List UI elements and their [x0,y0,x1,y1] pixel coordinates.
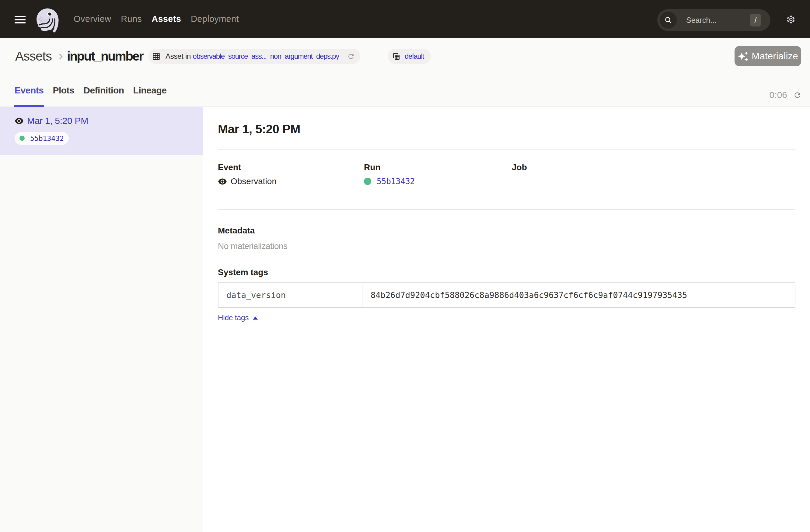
caret-up-icon [253,317,258,320]
materialize-label: Materialize [751,50,798,62]
event-timestamp-link[interactable]: Mar 1, 5:20 PM [27,116,88,126]
page-header: Assets input_number Asset in observable_… [0,38,810,107]
job-empty-value: — [512,177,520,186]
system-tag-value: 84b26d7d9204cbf588026c8a9886d403a6c9637c… [362,283,795,307]
tab-bar: Events Plots Definition Lineage [15,85,166,107]
event-list-item[interactable]: Mar 1, 5:20 PM 55b13432 [0,107,202,155]
dagster-logo-icon[interactable] [33,5,62,34]
group-tag[interactable]: default [388,49,431,64]
tab-plots[interactable]: Plots [53,85,74,96]
reload-icon[interactable] [347,53,355,60]
divider [218,149,795,150]
settings-gear-icon[interactable] [786,15,795,24]
run-column-label: Run [364,162,512,173]
system-tag-key: data_version [218,283,362,307]
search-icon [660,12,677,29]
event-column-label: Event [218,162,364,173]
metadata-empty-text: No materializations [218,241,795,252]
topbar: Overview Runs Assets Deployment Search..… [0,0,810,38]
breadcrumb: Assets input_number Asset in observable_… [0,38,810,75]
chevron-right-icon [56,52,65,61]
search-input[interactable]: Search... / [657,9,771,31]
refresh-area: 0:06 [770,90,801,100]
refresh-icon[interactable] [793,91,801,99]
run-id-pill[interactable]: 55b13432 [15,132,69,145]
search-placeholder: Search... [686,9,717,31]
top-navigation: Overview Runs Assets Deployment [74,0,239,38]
hide-tags-link[interactable]: Hide tags [218,311,258,324]
run-status-dot [19,136,25,141]
run-status-dot [364,178,371,185]
event-list-panel: Mar 1, 5:20 PM 55b13432 [0,107,203,532]
observation-eye-icon [218,178,227,185]
page-title: input_number [67,49,143,64]
menu-icon[interactable] [15,16,26,23]
breadcrumb-assets-link[interactable]: Assets [15,49,52,64]
system-tags-heading: System tags [218,267,795,277]
event-detail-panel: Mar 1, 5:20 PM Event Observation Run 55b… [203,107,810,532]
sparkle-icon [738,51,748,62]
materialize-button[interactable]: Materialize [734,46,801,66]
content: Mar 1, 5:20 PM 55b13432 Mar 1, 5:20 PM E… [0,107,810,532]
tab-lineage[interactable]: Lineage [133,85,167,96]
divider [218,209,795,210]
nav-overview[interactable]: Overview [74,14,111,24]
event-type-value: Observation [231,177,277,186]
refresh-countdown: 0:06 [770,90,787,100]
job-column-label: Job [512,162,527,173]
hide-tags-label: Hide tags [218,311,248,324]
asset-in-label: Asset in [165,52,193,61]
system-tags-table: data_version 84b26d7d9204cbf588026c8a988… [218,283,795,308]
run-id-label: 55b13432 [30,134,64,142]
event-detail-heading: Mar 1, 5:20 PM [218,122,795,136]
asset-file-link[interactable]: observable_source_ass..._non_argument_de… [193,52,339,61]
asset-group-icon [392,52,401,61]
nav-assets[interactable]: Assets [151,14,181,24]
search-shortcut-badge: / [750,14,761,27]
observation-eye-icon [15,118,24,124]
tab-definition[interactable]: Definition [83,85,124,96]
asset-definition-tag: Asset in observable_source_ass..._non_ar… [148,49,360,64]
grid-icon [152,52,160,61]
run-id-link[interactable]: 55b13432 [377,177,415,186]
tab-events[interactable]: Events [15,85,44,96]
nav-deployment[interactable]: Deployment [191,14,239,24]
nav-runs[interactable]: Runs [121,14,142,24]
metadata-heading: Metadata [218,226,795,236]
group-tag-label: default [405,52,424,61]
